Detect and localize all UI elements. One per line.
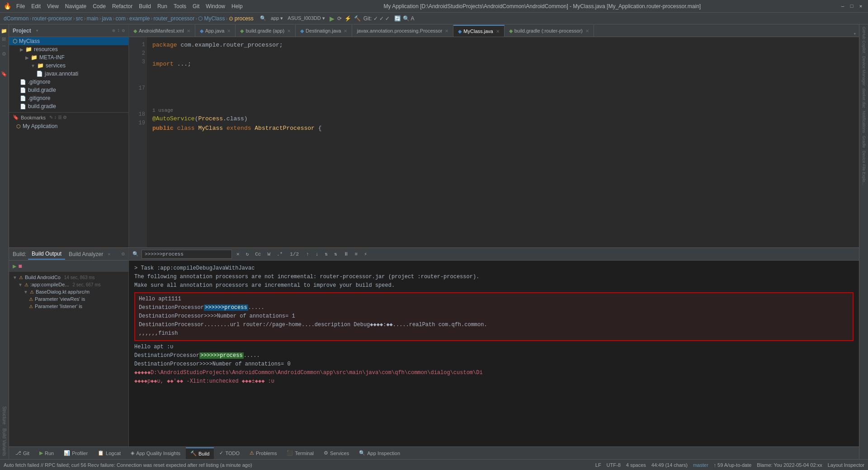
more-filters-btn[interactable]: ⚡: [362, 250, 369, 258]
build-output-content[interactable]: > Task :app:compileDebugJavaWithJavac Th…: [129, 261, 859, 446]
gradle-icon[interactable]: Gradle: [860, 134, 868, 149]
notifications-icon[interactable]: Notifications: [860, 109, 868, 134]
tree-buildgradle2[interactable]: 📄 build.gradle: [9, 102, 128, 110]
menu-file[interactable]: File: [14, 2, 28, 10]
breadcrumb-example[interactable]: example: [129, 15, 150, 22]
tab-destinatign[interactable]: ◆ Destinatign.java ✕: [296, 25, 352, 37]
tab-androidmanifest[interactable]: ◆ AndroidManifest.xml ✕: [129, 25, 195, 37]
breadcrumb-dcommon[interactable]: dCommon: [4, 15, 28, 22]
tab-app-quality[interactable]: ◈ App Quality Insights: [126, 447, 185, 459]
tree-services[interactable]: ▼ 📁 services: [9, 62, 128, 70]
bookmark-icon[interactable]: 🔖: [0, 69, 9, 78]
pause-btn[interactable]: ⏸: [342, 250, 350, 258]
resource-icon[interactable]: ⊞: [0, 36, 9, 43]
breadcrumb-router-proc[interactable]: router_processor: [153, 15, 194, 22]
tree-metainf[interactable]: ▶ 📁 META-INF: [9, 53, 128, 62]
tab-problems[interactable]: ⚠ Problems: [245, 447, 281, 459]
build-settings-icon[interactable]: ⚙: [122, 251, 125, 257]
tab-appjava[interactable]: ◆ App.java ✕: [195, 25, 236, 37]
tree-gitignore2[interactable]: 📄 .gitignore: [9, 94, 128, 102]
settings-icon[interactable]: ⚙: [122, 28, 125, 33]
locate-icon[interactable]: ⊕: [112, 28, 115, 33]
menu-tools[interactable]: Tools: [171, 2, 189, 10]
menu-view[interactable]: View: [44, 2, 61, 10]
filter-btn2[interactable]: ⇅: [332, 250, 339, 258]
menu-navigate[interactable]: Navigate: [62, 2, 89, 10]
structure-icon[interactable]: Structure: [0, 405, 8, 426]
tree-resources[interactable]: ▶ 📁 resources: [9, 45, 128, 53]
code-text[interactable]: package com.example.router_processor; im…: [147, 37, 859, 247]
close-button[interactable]: ✕: [857, 3, 864, 9]
tab-git[interactable]: ⎇ Git: [11, 447, 34, 459]
build-search-input[interactable]: [142, 250, 232, 259]
sync-icon[interactable]: ↕: [0, 43, 9, 49]
device-manager-icon[interactable]: Device Manager: [860, 55, 868, 87]
clear-search-btn[interactable]: ✕: [235, 250, 241, 258]
build-item-basedialog[interactable]: ▼ ⚠ BaseDialog.kt app/src/m: [9, 288, 128, 295]
tab-buildgradle-router-close[interactable]: ✕: [585, 28, 589, 33]
tree-gitignore1[interactable]: 📄 .gitignore: [9, 78, 128, 86]
minimize-button[interactable]: —: [839, 3, 846, 9]
tab-overflow[interactable]: ▾: [850, 31, 859, 37]
status-lf[interactable]: LF: [595, 462, 601, 468]
menu-git[interactable]: Git: [190, 2, 202, 10]
daeket-dac-icon[interactable]: daeket dac: [860, 87, 868, 109]
menu-code[interactable]: Code: [90, 2, 108, 10]
tab-terminal[interactable]: ⬛ Terminal: [282, 447, 318, 459]
tab-androidmanifest-close[interactable]: ✕: [187, 28, 190, 33]
device-file-explo-icon[interactable]: Device File Explo...: [860, 149, 868, 187]
tab-profiler[interactable]: 📊 Profiler: [59, 447, 92, 459]
build-item-param1[interactable]: ⚠ Parameter 'viewRes' is: [9, 295, 128, 303]
status-layout[interactable]: Layout Inspector: [828, 462, 864, 468]
tab-javax[interactable]: javax.annotation.processing.Processor ✕: [352, 25, 453, 37]
menu-build[interactable]: Build: [136, 2, 154, 10]
breadcrumb-com[interactable]: com: [115, 15, 126, 22]
tree-buildgradle1[interactable]: 📄 build.gradle: [9, 86, 128, 94]
tab-app-inspection[interactable]: 🔍 App Inspection: [354, 447, 405, 459]
maximize-button[interactable]: □: [848, 3, 855, 9]
filter-btn3[interactable]: ≡: [353, 251, 360, 258]
next-result-btn[interactable]: ↓: [314, 251, 321, 258]
tab-buildgradle-app[interactable]: ◆ build.gradle (app) ✕: [236, 25, 296, 37]
tab-destinatign-close[interactable]: ✕: [344, 28, 347, 33]
tab-logcat[interactable]: 📋 Logcat: [93, 447, 125, 459]
tab-buildgradle-app-close[interactable]: ✕: [287, 28, 291, 33]
build-stop-icon[interactable]: ■: [18, 263, 22, 270]
tab-build[interactable]: 🔨 Build: [186, 447, 214, 459]
breadcrumb-src[interactable]: src: [75, 15, 83, 22]
menu-refactor[interactable]: Refactor: [109, 2, 135, 10]
build-item-main[interactable]: ▼ ⚠ Build AndroidCo 14 sec, 863 ms: [9, 274, 128, 281]
build-item-param2[interactable]: ⚠ Parameter 'listener' is: [9, 303, 128, 310]
tab-todo[interactable]: ✓ TODO: [215, 447, 244, 459]
filter-btn1[interactable]: ⇅: [323, 250, 330, 258]
cog-icon[interactable]: ⚙: [0, 50, 9, 58]
menu-help[interactable]: Help: [229, 2, 245, 10]
breadcrumb-myclass[interactable]: ⬡ MyClass: [198, 15, 225, 22]
tree-javax[interactable]: 📄 javax.annotati: [9, 70, 128, 78]
refresh-btn[interactable]: ↻: [244, 250, 251, 258]
menu-edit[interactable]: Edit: [28, 2, 43, 10]
tab-myclass-close[interactable]: ✕: [496, 29, 500, 34]
tab-myclass[interactable]: ◆ MyClass.java ✕: [453, 25, 504, 37]
project-icon[interactable]: 📁: [0, 26, 9, 35]
tab-services[interactable]: ⚙ Services: [319, 447, 354, 459]
prev-result-btn[interactable]: ↑: [304, 251, 311, 258]
word-btn[interactable]: W: [265, 251, 272, 258]
tab-build-output[interactable]: Build Output: [28, 249, 65, 260]
status-blame[interactable]: Blame: You 2022-05-04 02:xx: [757, 462, 822, 468]
tree-myclass[interactable]: ⬡ MyClass: [9, 37, 128, 45]
github-copilot-icon[interactable]: GitHub Copilot: [860, 25, 868, 55]
breadcrumb-java[interactable]: java: [102, 15, 112, 22]
status-indent[interactable]: 4 spaces: [626, 462, 646, 468]
breadcrumb-router[interactable]: router-processor: [32, 15, 72, 22]
collapse-icon[interactable]: ↕: [117, 28, 120, 33]
status-encoding[interactable]: UTF-8: [607, 462, 621, 468]
status-branch[interactable]: master: [693, 462, 708, 468]
breadcrumb-main[interactable]: main: [86, 15, 98, 22]
menu-window[interactable]: Window: [203, 2, 228, 10]
cc-btn[interactable]: Cc: [253, 251, 263, 258]
build-item-compile[interactable]: ▼ ⚠ :app:compileDe... 2 sec, 667 ms: [9, 281, 128, 288]
build-run-icon[interactable]: ▶: [13, 262, 16, 270]
build-variants-icon[interactable]: Build Variants: [0, 427, 8, 457]
tab-appjava-close[interactable]: ✕: [227, 28, 231, 33]
